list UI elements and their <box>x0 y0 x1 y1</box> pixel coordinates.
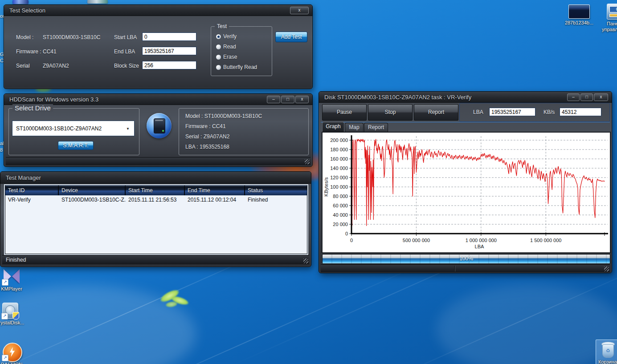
column-header-start-time[interactable]: Start Time <box>126 186 185 195</box>
tab-strip: Graph Map Report <box>321 123 610 132</box>
progress-bar: 100% <box>322 254 610 264</box>
report-button[interactable]: Report <box>414 104 458 121</box>
desktop-icon-daemon[interactable]: ↗ DAEMON <box>0 343 28 364</box>
svg-text:0: 0 <box>345 231 348 236</box>
radio-erase-label: Erase <box>223 54 237 60</box>
close-button[interactable]: x <box>290 7 309 14</box>
start-lba-input[interactable] <box>142 32 196 41</box>
svg-text:120 000: 120 000 <box>330 175 348 180</box>
y-axis-title: KBytes/s <box>323 177 329 197</box>
cell-test-id: VR-Verify <box>5 195 59 204</box>
test-type-group: Test Verify Read Erase Butterfly Read <box>211 26 272 76</box>
maximize-button[interactable]: □ <box>580 93 593 101</box>
desktop-icon-crystaldisk[interactable]: ↗ CrystalDisk... <box>0 303 27 326</box>
block-size-input[interactable] <box>142 61 196 69</box>
maximize-button[interactable]: □ <box>281 96 294 103</box>
control-panel-icon-part <box>609 14 617 17</box>
window-title: Test Manager <box>6 174 41 181</box>
end-lba-input[interactable] <box>142 47 196 55</box>
drive-info-group: Model : ST1000DM003-1SB10C Firmware : CC… <box>179 108 309 155</box>
stop-button[interactable]: Stop <box>368 104 413 121</box>
desktop-icon-screenshot-file[interactable]: 287b1234b... <box>560 4 598 26</box>
column-header-status[interactable]: Status <box>245 186 307 195</box>
svg-text:20 000: 20 000 <box>333 222 348 227</box>
column-header-device[interactable]: Device <box>59 186 126 195</box>
radio-verify[interactable] <box>216 34 221 40</box>
smart-button[interactable]: S.M.A.R.T. <box>58 141 94 150</box>
info-serial: Serial : Z9A07AN2 <box>185 133 229 140</box>
desktop-icon-label: 287b1234b... <box>560 20 598 26</box>
desktop-icon-recycle-bin[interactable]: ♻ Корзина <box>596 340 617 364</box>
firmware-value: CC41 <box>43 49 57 55</box>
radio-butterfly-read[interactable] <box>216 65 221 70</box>
close-button[interactable]: x <box>295 96 309 103</box>
close-button[interactable]: x <box>594 93 608 101</box>
titlebar[interactable]: Disk ST1000DM003-1SB10C-Z9A07AN2 task : … <box>319 92 612 103</box>
window-test-selection: Test Selection x Model : ST1000DM003-1SB… <box>4 4 313 89</box>
resize-grip[interactable] <box>303 259 308 263</box>
window-test-manager: Test Manager Test ID Device Start Time E… <box>0 171 311 267</box>
svg-text:80 000: 80 000 <box>333 194 348 199</box>
resize-grip[interactable] <box>604 267 609 271</box>
tab-report[interactable]: Report <box>364 123 388 132</box>
model-value: ST1000DM003-1SB10C <box>43 34 100 40</box>
desktop-icon-control-panel[interactable]: Панель управления <box>599 4 617 32</box>
radio-erase[interactable] <box>216 54 221 60</box>
titlebar[interactable]: Test Manager <box>0 172 311 184</box>
titlebar[interactable]: Test Selection x <box>4 5 312 16</box>
serial-value: Z9A07AN2 <box>43 63 69 69</box>
window-graph: Disk ST1000DM003-1SB10C-Z9A07AN2 task : … <box>319 91 612 273</box>
drive-icon <box>147 113 172 138</box>
toolbar: Pause Stop Report LBA KB/s <box>321 103 610 122</box>
test-table: Test ID Device Start Time End Time Statu… <box>5 185 307 254</box>
status-bar <box>6 157 311 165</box>
resize-grip[interactable] <box>305 159 310 164</box>
select-drive-group: Select Drive ST1000DM003-1SB10C-Z9A07AN2… <box>8 108 139 155</box>
desktop-icon-label: CrystalDisk... <box>0 320 27 326</box>
desktop-icon-label: Панель управления <box>599 21 617 32</box>
column-header-end-time[interactable]: End Time <box>185 186 245 195</box>
pause-button[interactable]: Pause <box>322 104 367 121</box>
icon-label-fragment: 8 <box>0 147 3 153</box>
window-title: HDDScan for Windows version 3.3 <box>9 96 98 103</box>
tab-map[interactable]: Map <box>345 123 364 132</box>
minimize-button[interactable]: – <box>267 96 280 103</box>
radio-read[interactable] <box>216 44 221 50</box>
info-firmware: Firmware : CC41 <box>185 123 226 129</box>
shortcut-arrow-icon: ↗ <box>2 279 8 286</box>
recycle-symbol-icon: ♻ <box>603 348 613 354</box>
select-drive-label: Select Drive <box>12 104 53 112</box>
radio-butterfly-read-label: Butterfly Read <box>223 64 257 70</box>
svg-text:100 000: 100 000 <box>330 184 348 190</box>
image-file-icon <box>568 4 590 19</box>
model-label: Model : <box>16 34 33 40</box>
recycle-bin-icon: ♻ <box>601 342 614 358</box>
desktop: { "desktop": { "fragments": ["or", "G", … <box>0 0 617 364</box>
x-axis-title: LBA <box>475 244 484 249</box>
window-title: Disk ST1000DM003-1SB10C-Z9A07AN2 task : … <box>324 94 471 101</box>
wallpaper-sprout-leaf <box>165 301 177 308</box>
chart-area: 020 00040 00060 00080 000100 000120 0001… <box>322 132 610 253</box>
radio-read-label: Read <box>223 44 236 50</box>
tab-graph[interactable]: Graph <box>322 122 344 132</box>
drive-select-dropdown[interactable]: ST1000DM003-1SB10C-Z9A07AN2 ▼ <box>12 121 135 136</box>
wallpaper-glow <box>437 285 617 364</box>
kbs-readout-input[interactable] <box>560 108 601 116</box>
desktop-icon-kmplayer[interactable]: ↗ KMPlayer <box>0 268 28 292</box>
titlebar[interactable]: HDDScan for Windows version 3.3 – □ x <box>4 94 312 105</box>
cell-end-time: 2015.11.12 00:12:04 <box>185 195 245 204</box>
svg-text:500 000 000: 500 000 000 <box>403 238 430 243</box>
table-row[interactable]: VR-Verify ST1000DM003-1SB10C-Z... 2015.1… <box>5 195 307 204</box>
chevron-down-icon: ▼ <box>126 126 130 130</box>
minimize-button[interactable]: – <box>567 93 580 101</box>
status-bar: Finished <box>2 255 309 264</box>
svg-text:200 000: 200 000 <box>330 138 348 143</box>
serial-label: Serial <box>16 63 30 69</box>
lba-readout-input[interactable] <box>489 108 535 116</box>
column-header-test-id[interactable]: Test ID <box>5 186 59 195</box>
icon-label-fragment: C <box>0 58 4 63</box>
status-divider <box>454 266 455 271</box>
add-test-button[interactable]: Add Test <box>275 32 307 42</box>
control-panel-icon <box>607 4 617 20</box>
svg-text:60 000: 60 000 <box>333 203 348 208</box>
